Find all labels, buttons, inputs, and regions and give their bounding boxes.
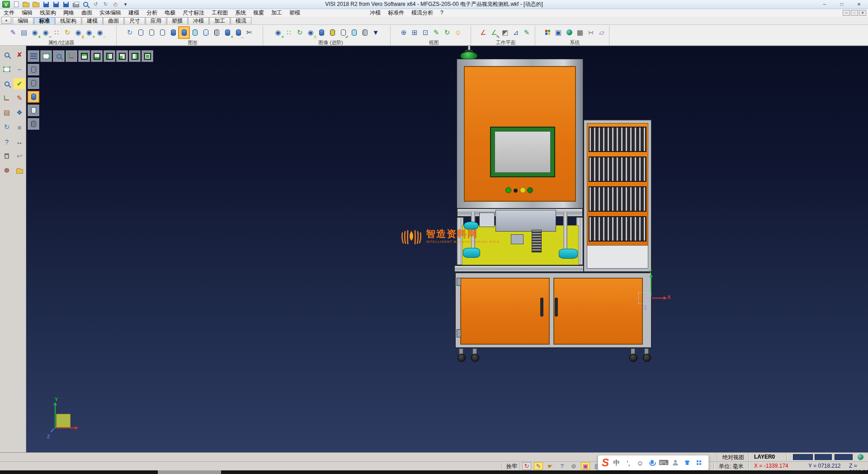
advanced-refresh-icon[interactable]: ↻: [295, 27, 305, 38]
filter-selection-icon[interactable]: ∷: [52, 27, 61, 38]
ghost-style-icon[interactable]: [201, 27, 211, 38]
view-menu-icon[interactable]: [28, 50, 39, 62]
view-top-cube-icon[interactable]: [78, 50, 90, 62]
render-check-icon[interactable]: ✔: [338, 27, 348, 38]
view-right-cube-icon[interactable]: [129, 50, 141, 62]
mode-hatch-icon[interactable]: [28, 118, 39, 130]
child-restore-button[interactable]: ▫: [851, 10, 858, 16]
ime-mic-icon[interactable]: [648, 458, 656, 468]
ime-lang-icon[interactable]: 中: [613, 458, 621, 468]
redraw-icon[interactable]: ↻: [125, 27, 135, 38]
redraw-status-icon[interactable]: ↻: [522, 462, 531, 470]
axonometric-icon[interactable]: [66, 50, 77, 62]
compass-icon[interactable]: ☸: [1, 165, 13, 176]
workplane-edit-icon[interactable]: ∠✎: [489, 27, 499, 38]
menu-item-网格[interactable]: 网格: [60, 9, 78, 17]
viewport-canvas[interactable]: 智造资料网 INTELLIGENT MANUFACTURING DATA Y X…: [26, 46, 868, 452]
tab-应用[interactable]: 应用: [146, 17, 166, 24]
world-settings-icon[interactable]: [564, 27, 574, 38]
menu-item-塑模[interactable]: 塑模: [286, 9, 304, 17]
ime-emoji-icon[interactable]: ☺: [636, 458, 644, 468]
delete-all-icon[interactable]: [1, 151, 13, 161]
ime-skin-icon[interactable]: [683, 458, 691, 468]
shaded-cube-icon[interactable]: ▣: [581, 462, 590, 470]
tab-塑膜[interactable]: 塑膜: [167, 17, 188, 24]
context-help-icon[interactable]: ?: [557, 462, 566, 470]
tab-曲面[interactable]: 曲面: [103, 17, 124, 24]
dynamic-zoom-icon[interactable]: [53, 50, 65, 62]
pick-hand-icon[interactable]: ☛: [546, 462, 555, 470]
hatch-style-icon[interactable]: [212, 27, 222, 38]
dynamic-section-icon[interactable]: →: [233, 27, 243, 38]
workplane-sketch-icon[interactable]: ✎: [522, 27, 532, 38]
window-view-icon[interactable]: ❖: [14, 107, 25, 118]
render-quality-icon[interactable]: ▼: [371, 27, 381, 38]
zoom-extents-icon[interactable]: ⊡: [420, 27, 430, 38]
machine-model[interactable]: [425, 46, 633, 370]
confirm-icon[interactable]: ✔: [14, 78, 25, 89]
close-button[interactable]: ✕: [851, 0, 867, 8]
workplane-normal-icon[interactable]: ⊿: [511, 27, 521, 38]
menu-item-模流分析[interactable]: 模流分析: [408, 9, 437, 17]
view-iso-cube-icon[interactable]: [142, 50, 153, 62]
tab-建模[interactable]: 建模: [82, 17, 103, 24]
display-settings-icon[interactable]: ▣: [553, 27, 563, 38]
zoom-limits-icon[interactable]: [1, 78, 13, 89]
menu-item-标准件[interactable]: 标准件: [384, 9, 408, 17]
menu-item-文件[interactable]: 文件: [0, 9, 18, 17]
view-mode-label[interactable]: 绝对视图: [722, 454, 744, 461]
menu-item-系统[interactable]: 系统: [231, 9, 250, 17]
copy-attributes-icon[interactable]: ▤: [19, 27, 29, 38]
tab-模流[interactable]: 模流: [231, 17, 251, 24]
menu-item-线架构[interactable]: 线架构: [36, 9, 60, 17]
view-bottom-cube-icon[interactable]: [91, 50, 103, 62]
render-material-icon[interactable]: [327, 27, 337, 38]
menu-item-电极[interactable]: 电极: [161, 9, 179, 17]
menu-item-视窗[interactable]: 视窗: [250, 9, 268, 17]
layer-color-swatch[interactable]: [835, 454, 853, 460]
render-transparent-icon[interactable]: [349, 27, 359, 38]
ucs-axis-icon[interactable]: [1, 93, 13, 104]
menu-item-分析[interactable]: 分析: [143, 9, 161, 17]
tab-冲模[interactable]: 冲模: [188, 17, 209, 24]
dashed-hidden-style-icon[interactable]: [157, 27, 167, 38]
refresh-filter-icon[interactable]: ↻: [62, 27, 72, 38]
plane-display-icon[interactable]: ▱: [597, 27, 607, 38]
sogou-logo-icon[interactable]: S: [602, 456, 609, 469]
spline-edit-icon[interactable]: ~: [14, 64, 25, 75]
layer-color-swatch[interactable]: [815, 454, 832, 460]
zoom-in-icon[interactable]: ⊕: [399, 27, 409, 38]
tab-线架构[interactable]: 线架构: [55, 17, 81, 24]
menu-item-冲模[interactable]: 冲模: [366, 9, 384, 17]
undo-sidebar-icon[interactable]: ↩: [14, 151, 25, 161]
mode-shaded-icon[interactable]: [28, 91, 39, 103]
measure-icon[interactable]: ✎: [431, 27, 441, 38]
transparent-style-icon[interactable]: [190, 27, 200, 38]
ime-person-icon[interactable]: [671, 458, 679, 468]
delete-icon[interactable]: ✘: [14, 49, 25, 60]
cut-section-icon[interactable]: ✄: [244, 27, 254, 38]
workplane-create-icon[interactable]: ∠: [478, 27, 488, 38]
advanced-show-icon[interactable]: ◉+: [273, 27, 283, 38]
hide-entities-icon[interactable]: ◉−: [41, 27, 51, 38]
child-close-button[interactable]: ✕: [859, 10, 866, 16]
wireframe-style-icon[interactable]: [136, 27, 146, 38]
open-model-icon[interactable]: [14, 165, 25, 176]
mode-ghost-icon[interactable]: [28, 104, 39, 116]
menu-item-工程图[interactable]: 工程图: [208, 9, 231, 17]
help-icon[interactable]: ?: [1, 136, 13, 147]
menu-item-实体编辑[interactable]: 实体编辑: [96, 9, 125, 17]
ime-toolbox-icon[interactable]: [695, 458, 703, 468]
tab-尺寸[interactable]: 尺寸: [124, 17, 145, 24]
menu-item-曲面[interactable]: 曲面: [78, 9, 96, 17]
show-all-icon[interactable]: ◉+: [84, 27, 94, 38]
toggle-visibility-icon[interactable]: ◉±: [73, 27, 83, 38]
selection-plane-icon[interactable]: [1, 64, 13, 75]
shaded-edges-style-icon[interactable]: [179, 27, 189, 38]
menu-item-加工[interactable]: 加工: [268, 9, 286, 17]
child-minimize-button[interactable]: ─: [843, 10, 850, 16]
calculator-icon[interactable]: ▦: [575, 27, 585, 38]
tab-标准[interactable]: 标准: [34, 17, 55, 24]
taskbar-item[interactable]: [158, 470, 221, 474]
render-wire-icon[interactable]: [360, 27, 370, 38]
